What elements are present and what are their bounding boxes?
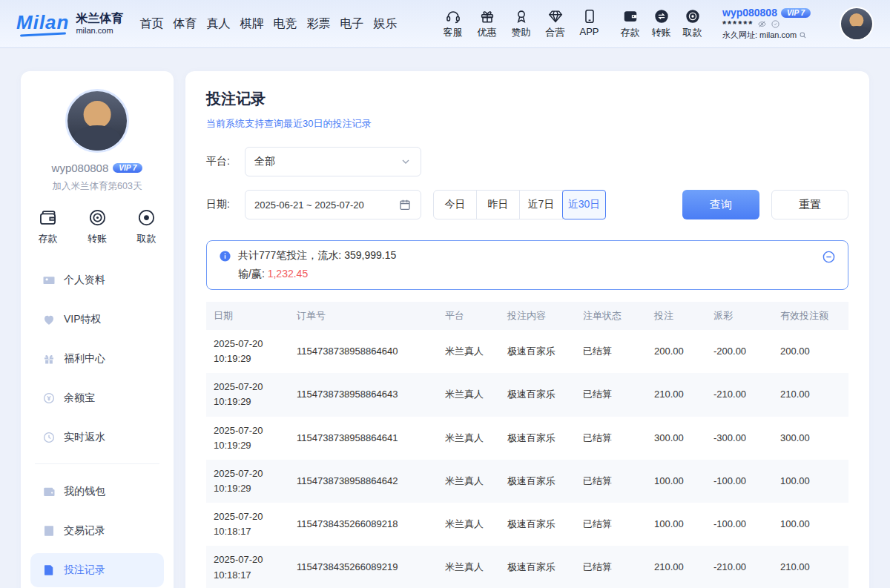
- reset-button[interactable]: 重置: [771, 190, 848, 219]
- user-line-2: ******: [722, 19, 826, 29]
- table-cell: 2025-07-20 10:18:17: [206, 546, 289, 588]
- header-wallet-item-3-label: 取款: [683, 26, 702, 39]
- table-cell: 已结算: [576, 330, 647, 373]
- nav-item-8[interactable]: 娱乐: [373, 16, 397, 32]
- sidebar-item-2[interactable]: VIP特权: [30, 303, 164, 337]
- col-header-6: 投注: [647, 302, 706, 330]
- logo-script: Milan: [16, 13, 69, 32]
- table-cell: 已结算: [576, 503, 647, 546]
- header-username[interactable]: wyp080808: [722, 7, 777, 19]
- table-cell: 米兰真人: [438, 460, 500, 503]
- sidebar-item-label: 个人资料: [64, 274, 105, 287]
- transfer-dark-icon: [653, 8, 670, 24]
- header-quick-item-5[interactable]: APP: [576, 8, 603, 39]
- table-cell: 210.00: [773, 373, 848, 416]
- sidebar-item-label: VIP特权: [64, 313, 102, 326]
- header-wallet-item-2[interactable]: 转账: [647, 8, 675, 39]
- eye-off-icon[interactable]: [757, 19, 767, 29]
- sidebar-vip-badge: VIP 7: [113, 163, 142, 173]
- sidebar-item-9[interactable]: 投注记录: [30, 553, 164, 587]
- collapse-icon[interactable]: [822, 250, 836, 264]
- col-header-4: 投注内容: [500, 302, 576, 330]
- bet-table: 日期订单号平台投注内容注单状态投注派彩有效投注额 2025-07-20 10:1…: [206, 302, 848, 588]
- sidebar-wallet-actions: 存款转账取款: [30, 208, 164, 245]
- sidebar-avatar[interactable]: [65, 89, 129, 153]
- date-range-input[interactable]: 2025-06-21 ~ 2025-07-20: [245, 190, 421, 219]
- platform-filter-row: 平台: 全部: [206, 147, 848, 176]
- range-button-2[interactable]: 昨日: [476, 190, 520, 219]
- header-quick-item-2[interactable]: 优惠: [473, 8, 501, 39]
- joined-days: 加入米兰体育第603天: [30, 180, 164, 193]
- platform-select-value: 全部: [254, 155, 275, 168]
- table-cell: 已结算: [576, 460, 647, 503]
- header-quick-item-4[interactable]: 合营: [541, 8, 569, 39]
- col-header-3: 平台: [438, 302, 500, 330]
- logo-domain: milan.com: [76, 26, 123, 36]
- table-cell: 米兰真人: [438, 330, 500, 373]
- table-cell: 已结算: [576, 373, 647, 416]
- masked-balance: ******: [722, 19, 754, 29]
- header-avatar[interactable]: [840, 7, 874, 41]
- nav-item-6[interactable]: 彩票: [306, 16, 330, 32]
- coin-icon: [42, 392, 56, 405]
- sidebar-item-label: 交易记录: [64, 524, 105, 538]
- table-row: 2025-07-20 10:18:171154738435266089219米兰…: [206, 546, 848, 588]
- sidebar-action-1[interactable]: 存款: [38, 208, 58, 245]
- table-cell: 极速百家乐: [500, 460, 576, 503]
- header-quick-item-3[interactable]: 赞助: [507, 8, 535, 39]
- wallet-shortcuts: 存款转账取款: [616, 8, 706, 39]
- range-button-4[interactable]: 近30日: [562, 190, 606, 219]
- sidebar-item-1[interactable]: 个人资料: [30, 263, 164, 297]
- chevron-down-icon: [400, 156, 412, 168]
- sidebar-item-8[interactable]: 交易记录: [30, 514, 164, 548]
- table-cell: 100.00: [647, 503, 706, 546]
- table-cell: 100.00: [647, 460, 706, 503]
- header-wallet-item-3[interactable]: 取款: [679, 8, 706, 39]
- page: Milan 米兰体育 milan.com 首页体育真人棋牌电竞彩票电子娱乐 客服…: [0, 0, 890, 588]
- sidebar-item-label: 余额宝: [64, 392, 95, 405]
- header-wallet-item-1[interactable]: 存款: [616, 8, 644, 39]
- sidebar-action-3[interactable]: 取款: [136, 208, 156, 245]
- summary-line1: 共计777笔投注，流水: 359,999.15: [238, 249, 396, 262]
- search-button[interactable]: 查询: [682, 190, 759, 219]
- nav-item-5[interactable]: 电竞: [273, 16, 297, 32]
- sidebar-menu: 个人资料VIP特权福利中心余额宝实时返水我的钱包交易记录投注记录: [30, 263, 164, 587]
- sidebar-item-3[interactable]: 福利中心: [30, 342, 164, 376]
- table-cell: 1154738738958864640: [289, 330, 438, 373]
- platform-select[interactable]: 全部: [245, 147, 421, 176]
- top-header: Milan 米兰体育 milan.com 首页体育真人棋牌电竞彩票电子娱乐 客服…: [0, 0, 890, 47]
- calendar-icon: [398, 198, 412, 211]
- nav-item-7[interactable]: 电子: [340, 16, 363, 32]
- deposit-outline-icon: [38, 208, 58, 228]
- table-cell: -100.00: [706, 503, 773, 546]
- nav-item-2[interactable]: 体育: [173, 16, 197, 32]
- range-button-3[interactable]: 近7日: [519, 190, 563, 219]
- sidebar-item-4[interactable]: 余额宝: [30, 381, 164, 415]
- nav-item-4[interactable]: 棋牌: [240, 16, 263, 32]
- table-cell: 已结算: [576, 417, 647, 460]
- table-head-row: 日期订单号平台投注内容注单状态投注派彩有效投注额: [206, 302, 848, 330]
- table-cell: 210.00: [647, 373, 706, 416]
- magnifier-icon[interactable]: [799, 31, 807, 39]
- sidebar-item-7[interactable]: 我的钱包: [30, 475, 164, 509]
- table-body: 2025-07-20 10:19:291154738738958864640米兰…: [206, 330, 848, 588]
- quick-icons: 客服优惠赞助合营APP: [439, 8, 603, 39]
- site-logo[interactable]: Milan 米兰体育 milan.com: [16, 12, 123, 35]
- sidebar-item-label: 投注记录: [64, 564, 105, 577]
- rebate-icon: [42, 431, 56, 444]
- header-quick-item-1[interactable]: 客服: [439, 8, 467, 39]
- vip-icon: [42, 313, 56, 326]
- nav-item-3[interactable]: 真人: [206, 16, 230, 32]
- table-cell: 极速百家乐: [500, 417, 576, 460]
- page-title: 投注记录: [206, 89, 848, 108]
- refresh-balance-icon[interactable]: [771, 19, 780, 29]
- vip-badge: VIP 7: [781, 8, 811, 18]
- sidebar-item-label: 实时返水: [64, 431, 105, 444]
- sidebar-action-2[interactable]: 转账: [88, 208, 108, 245]
- logo-brand: 米兰体育: [76, 12, 123, 25]
- nav-item-1[interactable]: 首页: [139, 16, 163, 32]
- sidebar-item-5[interactable]: 实时返水: [30, 420, 164, 455]
- table-row: 2025-07-20 10:19:291154738738958864642米兰…: [206, 460, 848, 503]
- range-button-1[interactable]: 今日: [433, 190, 477, 219]
- table-cell: 已结算: [576, 546, 647, 588]
